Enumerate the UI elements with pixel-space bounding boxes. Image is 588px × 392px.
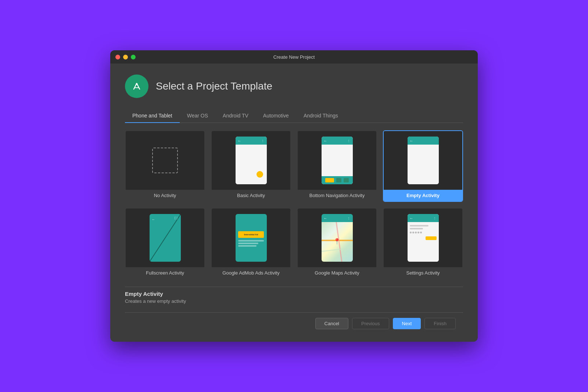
- page-header: Select a Project Template: [125, 75, 463, 98]
- minimize-button[interactable]: [123, 55, 128, 59]
- template-settings-label: Settings Activity: [384, 267, 462, 279]
- menu-dots-icon: ⋮: [347, 217, 351, 220]
- basic-activity-body: [236, 145, 267, 184]
- settings-dot: [410, 232, 412, 233]
- settings-topbar: ← ⋮: [408, 214, 439, 222]
- empty-activity-body: [408, 145, 439, 184]
- basic-activity-topbar: ← ⋮: [236, 137, 267, 145]
- template-empty-activity-label: Empty Activity: [384, 190, 462, 201]
- template-fullscreen-label: Fullscreen Activity: [126, 267, 204, 279]
- settings-dots: [410, 232, 437, 233]
- tab-android-tv[interactable]: Android TV: [215, 109, 256, 123]
- page-title: Select a Project Template: [156, 80, 272, 92]
- maps-topbar: ← ⋮: [322, 214, 353, 222]
- finish-button[interactable]: Finish: [424, 318, 456, 329]
- template-empty-activity-preview: ←: [384, 131, 462, 190]
- templates-grid: No Activity ← ⋮ Basic Activity: [125, 130, 463, 279]
- menu-dots-icon: ⋮: [261, 139, 265, 142]
- settings-line: [410, 228, 423, 229]
- settings-line: [410, 225, 429, 226]
- template-admob-preview: Interstitial Ad: [212, 208, 290, 267]
- settings-dot: [417, 232, 419, 233]
- titlebar: Create New Project: [110, 50, 478, 63]
- ad-content-lines: [238, 240, 264, 247]
- ad-line: [238, 243, 258, 244]
- bottom-nav-body: [322, 145, 353, 176]
- ad-line: [238, 240, 264, 242]
- settings-phone: ← ⋮: [408, 214, 439, 262]
- template-bottom-nav-activity[interactable]: ← ⋮ Bottom Navigation Activity: [297, 130, 377, 202]
- back-arrow-icon: ←: [324, 139, 327, 143]
- template-no-activity-preview: [126, 131, 204, 190]
- template-admob-label: Google AdMob Ads Activity: [212, 267, 290, 279]
- selected-template-description: Creates a new empty activity: [125, 298, 463, 304]
- back-arrow-icon: ←: [324, 216, 327, 220]
- empty-activity-topbar: ←: [408, 137, 439, 145]
- no-activity-dashed-box: [152, 148, 178, 173]
- cancel-button[interactable]: Cancel: [315, 318, 348, 329]
- svg-text:⛶: ⛶: [175, 217, 178, 220]
- description-area: Empty Activity Creates a new empty activ…: [125, 287, 463, 309]
- settings-body: [408, 222, 439, 262]
- fab-button: [257, 171, 263, 178]
- fullscreen-diagonal-icon: ← ⛶: [150, 214, 181, 262]
- main-window: Create New Project Select a Project Temp…: [110, 50, 478, 342]
- maximize-button[interactable]: [131, 55, 136, 59]
- close-button[interactable]: [115, 55, 120, 59]
- window-title: Create New Project: [273, 54, 315, 60]
- settings-dot: [415, 232, 417, 233]
- bottom-nav-item: [336, 178, 341, 182]
- ad-banner: Interstitial Ad: [238, 231, 264, 238]
- svg-text:←: ←: [152, 218, 155, 221]
- bottom-nav-bar: [322, 176, 353, 184]
- menu-dots-icon: ⋮: [347, 139, 351, 142]
- template-maps-activity[interactable]: ← ⋮ 📍 Google Maps Activ: [297, 208, 377, 279]
- template-fullscreen-activity[interactable]: ← ⛶ Fullscreen Activity: [125, 208, 205, 279]
- footer: Cancel Previous Next Finish: [125, 312, 463, 334]
- back-arrow-icon: ←: [410, 139, 413, 143]
- template-basic-activity[interactable]: ← ⋮ Basic Activity: [211, 130, 291, 202]
- template-bottom-nav-label: Bottom Navigation Activity: [298, 190, 376, 201]
- content-area: Select a Project Template Phone and Tabl…: [110, 63, 478, 342]
- template-basic-activity-preview: ← ⋮: [212, 131, 290, 190]
- admob-phone: Interstitial Ad: [236, 214, 267, 262]
- template-settings-preview: ← ⋮: [384, 208, 462, 267]
- template-no-activity[interactable]: No Activity: [125, 130, 205, 202]
- platform-tabs: Phone and Tablet Wear OS Android TV Auto…: [125, 109, 463, 123]
- previous-button[interactable]: Previous: [352, 318, 389, 329]
- android-studio-logo: [125, 75, 148, 98]
- svg-point-0: [130, 80, 143, 93]
- maps-phone: ← ⋮ 📍: [322, 214, 353, 262]
- map-pin-icon: 📍: [333, 238, 341, 245]
- selected-template-title: Empty Activity: [125, 291, 463, 297]
- template-empty-activity[interactable]: ← Empty Activity: [383, 130, 463, 202]
- bottom-nav-topbar: ← ⋮: [322, 137, 353, 145]
- template-basic-activity-label: Basic Activity: [212, 190, 290, 201]
- settings-action-button: [426, 236, 437, 240]
- bottom-nav-selected: [325, 178, 334, 182]
- template-bottom-nav-preview: ← ⋮: [298, 131, 376, 190]
- fullscreen-phone: ← ⛶: [150, 214, 181, 262]
- svg-point-1: [136, 83, 138, 85]
- back-arrow-icon: ←: [238, 139, 241, 143]
- bottom-nav-item: [344, 178, 349, 182]
- map-body: 📍: [322, 222, 353, 262]
- settings-dot: [420, 232, 422, 233]
- template-settings-activity[interactable]: ← ⋮: [383, 208, 463, 279]
- template-no-activity-label: No Activity: [126, 190, 204, 201]
- tab-android-things[interactable]: Android Things: [296, 109, 345, 123]
- basic-activity-phone: ← ⋮: [236, 137, 267, 184]
- ad-line: [238, 245, 257, 247]
- empty-activity-phone: ←: [408, 137, 439, 184]
- menu-dots-icon: ⋮: [433, 217, 437, 220]
- template-admob-activity[interactable]: Interstitial Ad Google AdMob Ads Activit…: [211, 208, 291, 279]
- template-maps-label: Google Maps Activity: [298, 267, 376, 279]
- back-arrow-icon: ←: [410, 216, 413, 220]
- tab-wear-os[interactable]: Wear OS: [180, 109, 215, 123]
- tab-phone-and-tablet[interactable]: Phone and Tablet: [125, 109, 180, 123]
- traffic-lights: [115, 55, 136, 59]
- next-button[interactable]: Next: [393, 318, 421, 329]
- template-maps-preview: ← ⋮ 📍: [298, 208, 376, 267]
- svg-line-9: [322, 248, 353, 251]
- tab-automotive[interactable]: Automotive: [256, 109, 296, 123]
